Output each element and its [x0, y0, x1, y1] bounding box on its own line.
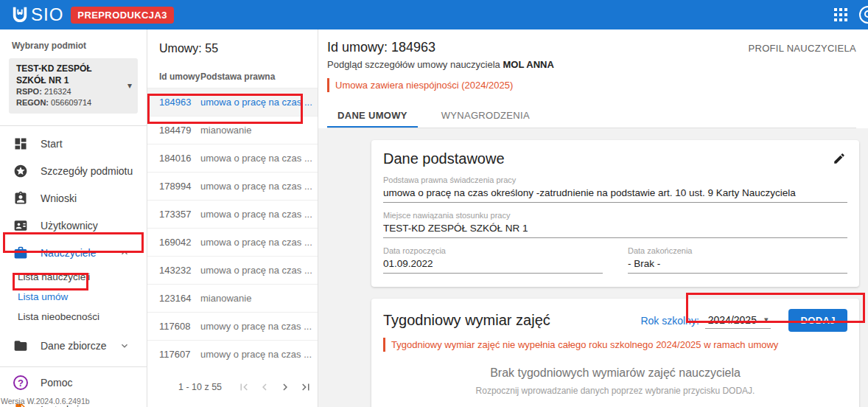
- table-row[interactable]: 117607 umowy o pracę na czas ...: [147, 340, 318, 368]
- chevron-down-icon: ▾: [127, 80, 132, 91]
- contracts-list-panel: Umowy: 55 Id umowy Podstawa prawna 18496…: [147, 29, 318, 407]
- contract-basis: umowy o pracę na czas ...: [200, 349, 312, 360]
- sidebar-item-label: Pomoc: [41, 377, 73, 389]
- sidebar-item-dane-zbiorcze[interactable]: Dane zbiorcze: [0, 333, 147, 360]
- sidebar-item-start[interactable]: Start: [0, 131, 147, 158]
- sidebar-divider: [0, 366, 147, 367]
- sidebar-item-nauczyciele[interactable]: Nauczyciele: [0, 240, 147, 267]
- sidebar-item-wnioski[interactable]: Wnioski: [0, 185, 147, 212]
- contract-basis: umowa o pracę na czas ...: [200, 181, 312, 192]
- card-title: Dane podstawowe: [383, 150, 847, 167]
- table-row[interactable]: 123164 mianowanie: [147, 284, 318, 312]
- apps-grid-icon[interactable]: [834, 8, 847, 21]
- selected-entity-heading: Wybrany podmiot: [0, 29, 147, 51]
- field-value: 01.09.2022: [383, 255, 603, 274]
- table-row[interactable]: 178994 umowa o pracę na czas ...: [147, 172, 318, 200]
- logo-text: SIO: [31, 4, 63, 25]
- contract-basis: umowa o pracę na czas ...: [200, 153, 312, 164]
- contract-id: 173357: [159, 209, 200, 220]
- sidebar-item-pomoc[interactable]: ? Pomoc: [0, 369, 147, 397]
- school-year-select[interactable]: 2024/2025 ▾: [705, 313, 771, 329]
- contract-basis: umowy o pracę na czas ...: [200, 321, 312, 332]
- first-page-button[interactable]: [235, 378, 253, 396]
- first-page-icon: [237, 380, 251, 394]
- sidebar-menu: Start Szczegóły podmiotu Wnioski Użytkow…: [0, 126, 147, 407]
- sidebar-item-uzytkownicy[interactable]: Użytkownicy: [0, 212, 147, 240]
- sidebar-item-label: Nauczyciele: [41, 247, 96, 259]
- school-year-label: Rok szkolny:: [640, 315, 699, 327]
- field-miejsce: Miejsce nawiązania stosunku pracy TEST-K…: [383, 211, 847, 238]
- field-value: - Brak -: [628, 255, 847, 274]
- chevron-down-icon: ▾: [764, 315, 769, 324]
- badge-person-icon: [13, 191, 28, 206]
- teacher-name: MOL ANNA: [503, 59, 553, 70]
- list-header: Id umowy Podstawa prawna: [147, 55, 318, 88]
- entity-rspo: RSPO: 216324: [16, 86, 122, 97]
- main-panel: Id umowy: 184963 Podgląd szczegółów umow…: [318, 29, 868, 407]
- table-row[interactable]: 117608 umowy o pracę na czas ...: [147, 312, 318, 340]
- contract-id: 123164: [159, 293, 200, 304]
- add-button[interactable]: DODAJ: [788, 309, 847, 332]
- field-label: Data rozpoczęcia: [383, 246, 603, 255]
- users-card-icon: [13, 218, 28, 233]
- contract-basis: mianowanie: [200, 125, 312, 136]
- sio-logo[interactable]: SIO: [10, 4, 63, 25]
- contract-basis: mianowanie: [200, 293, 312, 304]
- account-icon[interactable]: [859, 6, 868, 24]
- year-controls: Rok szkolny: 2024/2025 ▾ DODAJ: [640, 309, 847, 332]
- field-value: TEST-KD ZESPÓŁ SZKÓŁ NR 1: [383, 220, 847, 238]
- sidebar: Wybrany podmiot TEST-KD ZESPÓŁ SZKÓŁ NR …: [0, 29, 147, 407]
- teacher-profile-link[interactable]: PROFIL NAUCZYCIELA: [748, 43, 856, 54]
- sidebar-item-lista-nauczycieli[interactable]: Lista nauczycieli: [0, 267, 147, 287]
- table-row[interactable]: 184016 umowa o pracę na czas ...: [147, 144, 318, 172]
- empty-state-title: Brak tygodniowych wymiarów zajęć nauczyc…: [383, 366, 847, 380]
- weekly-warning: Tygodniowy wymiar zajęć nie wypełnia cał…: [383, 338, 847, 352]
- submenu-item-label: Lista nauczycieli: [18, 271, 90, 282]
- sidebar-item-label: Dane zbiorcze: [41, 340, 107, 352]
- pagination: 1 - 10 z 55: [147, 368, 318, 396]
- chevron-down-icon: [119, 340, 130, 352]
- contract-basis: umowa o pracę na czas ...: [200, 209, 312, 220]
- sidebar-item-label: Start: [41, 138, 63, 150]
- contract-id: 169042: [159, 237, 200, 248]
- page-subtitle: Podgląd szczegółów umowy nauczyciela MOL…: [327, 59, 856, 70]
- table-row[interactable]: 184963 umowa o pracę na czas ...: [147, 88, 318, 116]
- edit-button[interactable]: [833, 152, 846, 168]
- contract-id: 184479: [159, 125, 200, 136]
- entity-selector[interactable]: TEST-KD ZESPÓŁ SZKÓŁ NR 1 RSPO: 216324 R…: [9, 58, 138, 114]
- last-page-icon: [299, 380, 312, 394]
- tab-dane-umowy[interactable]: DANE UMOWY: [327, 102, 418, 128]
- folder-icon: [13, 338, 28, 353]
- content-area: Dane podstawowe Podstawa prawna świadcze…: [318, 128, 868, 407]
- app-root: SIO PREPRODUKCJA3 Wybrany podmiot TEST-K…: [0, 0, 868, 407]
- contract-id: 178994: [159, 181, 200, 192]
- briefcase-icon: [13, 246, 28, 260]
- sio-logo-icon: [10, 5, 29, 24]
- table-row[interactable]: 169042 umowa o pracę na czas ...: [147, 228, 318, 256]
- field-data-rozpoczecia: Data rozpoczęcia 01.09.2022: [383, 246, 603, 274]
- contract-id: 184016: [159, 153, 200, 164]
- tab-wynagrodzenia[interactable]: WYNAGRODZENIA: [431, 102, 540, 128]
- sidebar-item-label: Wnioski: [41, 192, 77, 204]
- help-icon: ?: [13, 375, 28, 390]
- field-label: Data zakończenia: [628, 246, 847, 255]
- sidebar-item-szczegoly-podmiotu[interactable]: Szczegóły podmiotu: [0, 158, 147, 185]
- table-row[interactable]: 143232 umowa o pracę na czas ...: [147, 256, 318, 284]
- submenu-item-label: Lista nieobecności: [18, 311, 99, 322]
- table-row[interactable]: 184479 mianowanie: [147, 116, 318, 144]
- field-data-zakonczenia: Data zakończenia - Brak -: [628, 246, 847, 274]
- last-page-button[interactable]: [297, 378, 315, 396]
- empty-state-hint: Rozpocznij wprowadzanie danych poprzez w…: [383, 386, 847, 396]
- entity-name: TEST-KD ZESPÓŁ SZKÓŁ NR 1: [16, 63, 122, 86]
- sidebar-item-lista-nieobecnosci[interactable]: Lista nieobecności: [0, 307, 147, 327]
- tabs: DANE UMOWY WYNAGRODZENIA: [327, 102, 856, 128]
- table-row[interactable]: 173357 umowa o pracę na czas ...: [147, 200, 318, 228]
- submenu-item-label: Lista umów: [18, 291, 68, 302]
- pagination-range: 1 - 10 z 55: [178, 382, 222, 392]
- sidebar-item-lista-umow[interactable]: Lista umów: [0, 287, 147, 307]
- dates-row: Data rozpoczęcia 01.09.2022 Data zakończ…: [383, 238, 847, 274]
- prev-page-button[interactable]: [256, 378, 273, 396]
- sidebar-item-label: Szczegóły podmiotu: [41, 165, 133, 177]
- next-page-button[interactable]: [276, 378, 294, 396]
- entity-regon: REGON: 056609714: [16, 97, 122, 108]
